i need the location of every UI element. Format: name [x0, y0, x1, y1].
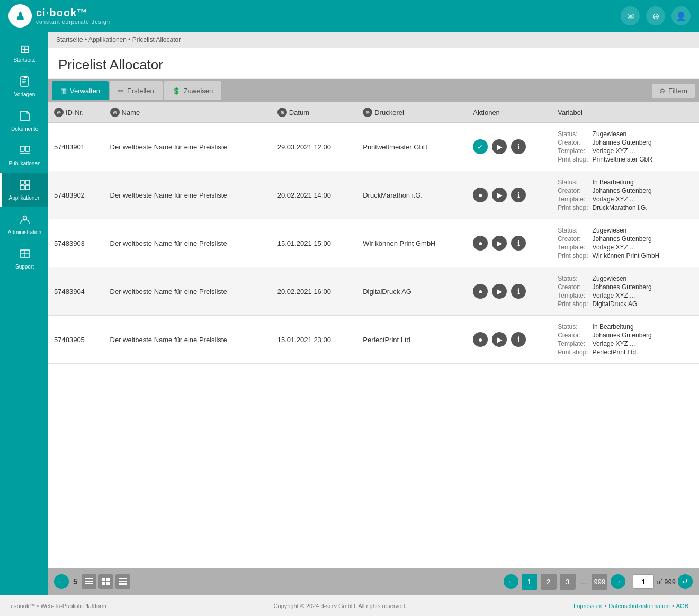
view-compact-button[interactable]: [115, 574, 130, 589]
var-creator-label: Creator:: [558, 139, 588, 146]
pagination-next-button[interactable]: →: [611, 574, 625, 589]
cell-actions: ● ▶ ℹ: [467, 267, 551, 316]
sidebar-item-publikationen[interactable]: Publikationen: [0, 138, 48, 173]
erstellen-tab-label: Erstellen: [127, 87, 154, 95]
pagination-page-999-button[interactable]: 999: [592, 574, 607, 590]
action-info-button[interactable]: ℹ: [511, 139, 526, 154]
sort-druckerei-icon[interactable]: ⊕: [363, 108, 372, 117]
action-play-button[interactable]: ▶: [492, 139, 507, 154]
svg-rect-4: [24, 76, 27, 78]
action-info-button[interactable]: ℹ: [511, 188, 526, 202]
var-status-value: Zugewiesen: [593, 227, 693, 234]
sidebar-item-support[interactable]: Support: [0, 242, 48, 276]
action-check-button[interactable]: ✓: [473, 139, 488, 154]
cell-name: Der weltbeste Name für eine Preisliste: [104, 123, 271, 171]
cell-druckerei: PerfectPrint Ltd.: [356, 316, 467, 364]
col-datum: ⊕ Datum: [271, 102, 357, 123]
action-circle-button[interactable]: ●: [473, 284, 488, 299]
zuweisen-tab-icon: 💲: [172, 87, 181, 95]
var-printshop-label: Print shop:: [558, 156, 588, 163]
pagination-page-2-button[interactable]: 2: [541, 574, 557, 590]
cell-date: 15.01.2021 23:00: [271, 316, 357, 364]
footer-link-impressum[interactable]: Impressum: [573, 603, 602, 609]
col-datum-label: Datum: [289, 109, 309, 117]
tab-erstellen[interactable]: ✏ Erstellen: [110, 81, 163, 100]
var-template-value: Vorlage XYZ ...: [593, 292, 693, 299]
action-circle-button[interactable]: ●: [473, 188, 488, 202]
sort-name-icon[interactable]: ⊕: [110, 108, 120, 117]
header-icons: ✉ ⊕ 👤: [621, 6, 691, 25]
user-icon-button[interactable]: 👤: [671, 6, 691, 25]
table-wrapper: ⊕ ID-Nr. ⊕ Name ⊕: [48, 102, 699, 568]
svg-rect-21: [102, 578, 105, 581]
home-icon: ⊞: [20, 43, 30, 55]
var-creator-label: Creator:: [558, 187, 588, 194]
action-play-button[interactable]: ▶: [492, 188, 507, 202]
footer-link-datenschutz[interactable]: Datenschutzinformation: [608, 603, 670, 609]
svg-rect-10: [25, 180, 30, 184]
sidebar-label-support: Support: [15, 264, 34, 270]
col-druckerei: ⊕ Druckerei: [356, 102, 467, 123]
mail-icon-button[interactable]: ✉: [621, 6, 640, 25]
tab-zuweisen[interactable]: 💲 Zuweisen: [164, 81, 222, 100]
tab-verwalten[interactable]: ▦ Verwalten: [52, 81, 109, 100]
col-id: ⊕ ID-Nr.: [48, 102, 104, 123]
action-play-button[interactable]: ▶: [492, 284, 507, 299]
sidebar-item-dokumente[interactable]: Dokumente: [0, 104, 48, 138]
action-info-button[interactable]: ℹ: [511, 236, 526, 251]
sort-datum-icon[interactable]: ⊕: [277, 108, 287, 117]
applikationen-icon: [19, 179, 31, 193]
sort-id-icon[interactable]: ⊕: [54, 108, 64, 117]
action-info-button[interactable]: ℹ: [511, 284, 526, 299]
cell-name: Der weltbeste Name für eine Preisliste: [104, 219, 271, 267]
view-grid-button[interactable]: [98, 574, 113, 589]
page-title-area: Pricelist Allocator: [48, 48, 699, 79]
cell-date: 15.01.2021 15:00: [271, 219, 357, 267]
pagination-of-label: of: [656, 578, 662, 586]
filter-button[interactable]: ⊕ Filtern: [652, 84, 695, 98]
var-status-label: Status:: [558, 227, 588, 234]
var-creator-value: Johannes Gutenberg: [593, 139, 693, 146]
var-template-label: Template:: [558, 244, 588, 251]
pagination-goto-input[interactable]: [633, 574, 654, 589]
svg-rect-0: [21, 77, 28, 86]
cell-druckerei: Wir können Print GmbH: [356, 219, 467, 267]
action-play-button[interactable]: ▶: [492, 332, 507, 347]
sidebar-label-administration: Administration: [8, 229, 41, 235]
action-circle-button[interactable]: ●: [473, 332, 488, 347]
action-circle-button[interactable]: ●: [473, 236, 488, 251]
col-name-label: Name: [122, 109, 140, 117]
header: ♟ ci·book™ constant corporate design ✉ ⊕…: [0, 0, 699, 32]
action-play-button[interactable]: ▶: [492, 236, 507, 251]
action-info-button[interactable]: ℹ: [511, 332, 526, 347]
var-creator-label: Creator:: [558, 332, 588, 339]
sidebar-item-vorlagen[interactable]: Vorlagen: [0, 69, 48, 104]
var-printshop-label: Print shop:: [558, 300, 588, 308]
var-printshop-label: Print shop:: [558, 349, 588, 356]
col-druckerei-label: Druckerei: [374, 109, 404, 117]
pagination-goto-button[interactable]: ↵: [678, 574, 693, 589]
col-variabel: Variabel: [551, 102, 699, 123]
cell-name: Der weltbeste Name für eine Preisliste: [104, 316, 271, 364]
var-template-label: Template:: [558, 195, 588, 203]
pagination-page-3-button[interactable]: 3: [560, 574, 576, 590]
sidebar-item-applikationen[interactable]: Applikationen: [0, 173, 48, 207]
support-icon: [19, 248, 31, 262]
logo-icon: ♟: [8, 4, 32, 28]
sidebar-item-startseite[interactable]: ⊞ Startseite: [0, 37, 48, 69]
footer-dot-1: •: [604, 603, 606, 609]
pagination-page-1-button[interactable]: 1: [522, 574, 537, 590]
var-template-label: Template:: [558, 147, 588, 155]
cell-id: 57483902: [48, 171, 104, 219]
pagination-prev-button[interactable]: ←: [504, 574, 518, 589]
svg-marker-5: [21, 111, 29, 121]
compass-icon-button[interactable]: ⊕: [646, 6, 665, 25]
per-page-prev-button[interactable]: ←: [54, 574, 69, 589]
administration-icon: [19, 213, 31, 227]
view-list-button[interactable]: [82, 574, 96, 589]
var-creator-value: Johannes Gutenberg: [593, 235, 693, 243]
footer-link-agb[interactable]: AGB: [676, 603, 688, 609]
view-icons: [82, 574, 130, 589]
cell-actions: ● ▶ ℹ: [467, 171, 551, 219]
sidebar-item-administration[interactable]: Administration: [0, 207, 48, 242]
